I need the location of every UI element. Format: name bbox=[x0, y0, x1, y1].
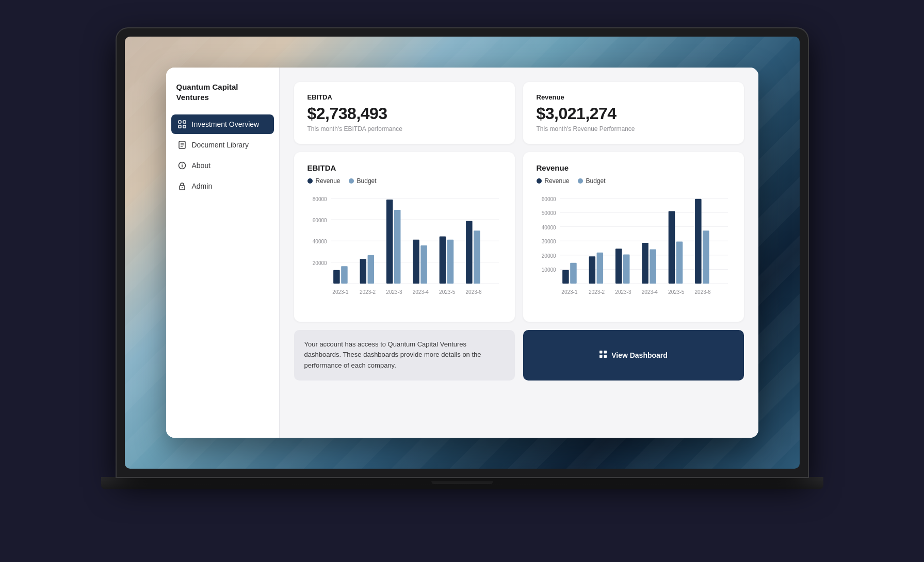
svg-rect-31 bbox=[447, 240, 453, 284]
ebitda-legend-revenue: Revenue bbox=[307, 177, 341, 185]
svg-rect-0 bbox=[179, 121, 181, 123]
svg-rect-61 bbox=[668, 211, 675, 284]
ebitda-legend-budget: Budget bbox=[349, 177, 377, 185]
revenue-chart-legend: Revenue Budget bbox=[537, 177, 731, 185]
ebitda-value: $2,738,493 bbox=[307, 104, 501, 123]
svg-text:60000: 60000 bbox=[312, 218, 327, 223]
sidebar: Quantum Capital Ventures bbox=[166, 68, 280, 438]
ebitda-subtitle: This month's EBITDA performance bbox=[307, 125, 501, 133]
grid-icon bbox=[599, 350, 607, 360]
info-icon bbox=[177, 161, 187, 170]
svg-rect-59 bbox=[642, 243, 649, 284]
budget-label-2: Budget bbox=[586, 177, 606, 185]
charts-row: EBITDA Revenue Budget bbox=[294, 152, 744, 322]
revenue-chart-svg: 60000 50000 40000 30000 20000 10000 bbox=[537, 192, 731, 308]
svg-rect-57 bbox=[615, 249, 622, 284]
revenue-chart-title: Revenue bbox=[537, 163, 731, 172]
screen-bezel: Quantum Capital Ventures bbox=[117, 28, 808, 477]
book-icon bbox=[177, 140, 187, 150]
svg-text:2023-5: 2023-5 bbox=[439, 289, 456, 295]
revenue-label-2: Revenue bbox=[545, 177, 570, 185]
svg-text:30000: 30000 bbox=[541, 239, 556, 244]
svg-rect-60 bbox=[650, 250, 656, 284]
svg-rect-24 bbox=[360, 259, 366, 284]
ebitda-label: EBITDA bbox=[307, 93, 501, 101]
svg-text:2023-2: 2023-2 bbox=[359, 289, 376, 295]
svg-point-12 bbox=[182, 187, 183, 188]
svg-text:20000: 20000 bbox=[312, 260, 327, 266]
revenue-card: Revenue $3,021,274 This month's Revenue … bbox=[523, 82, 744, 144]
svg-text:40000: 40000 bbox=[541, 225, 556, 230]
svg-rect-22 bbox=[333, 270, 340, 284]
svg-rect-1 bbox=[183, 121, 186, 123]
revenue-dot-2 bbox=[537, 178, 542, 184]
ebitda-chart-card: EBITDA Revenue Budget bbox=[294, 152, 515, 322]
svg-rect-27 bbox=[394, 210, 400, 284]
svg-text:2023-6: 2023-6 bbox=[465, 289, 482, 295]
svg-text:2023-3: 2023-3 bbox=[386, 289, 402, 295]
svg-rect-72 bbox=[604, 351, 607, 354]
sidebar-item-label: Investment Overview bbox=[192, 120, 260, 128]
info-box: Your account has access to Quantum Capit… bbox=[294, 330, 515, 381]
metrics-row: EBITDA $2,738,493 This month's EBITDA pe… bbox=[294, 82, 744, 144]
laptop-base bbox=[101, 477, 823, 489]
revenue-subtitle: This month's Revenue Performance bbox=[537, 125, 731, 133]
svg-text:2023-5: 2023-5 bbox=[668, 289, 685, 295]
svg-text:2023-1: 2023-1 bbox=[561, 289, 578, 295]
svg-rect-29 bbox=[420, 245, 427, 284]
bottom-row: Your account has access to Quantum Capit… bbox=[294, 330, 744, 381]
svg-rect-74 bbox=[604, 355, 607, 358]
view-dashboard-label: View Dashboard bbox=[611, 351, 668, 359]
svg-rect-58 bbox=[623, 255, 629, 284]
view-dashboard-button[interactable]: View Dashboard bbox=[523, 330, 744, 381]
svg-rect-71 bbox=[599, 351, 603, 354]
svg-point-10 bbox=[182, 163, 183, 164]
svg-text:2023-4: 2023-4 bbox=[641, 289, 658, 295]
svg-rect-63 bbox=[695, 199, 702, 284]
svg-rect-56 bbox=[596, 253, 603, 284]
svg-text:2023-3: 2023-3 bbox=[615, 289, 631, 295]
svg-rect-28 bbox=[413, 240, 419, 284]
svg-text:80000: 80000 bbox=[312, 196, 327, 202]
sidebar-item-about[interactable]: About bbox=[171, 156, 274, 175]
svg-rect-64 bbox=[703, 230, 709, 284]
svg-rect-73 bbox=[599, 355, 603, 358]
sidebar-item-label: Admin bbox=[192, 182, 213, 190]
lock-icon bbox=[177, 181, 187, 191]
sidebar-item-label: Document Library bbox=[192, 141, 249, 149]
svg-rect-54 bbox=[570, 263, 577, 284]
budget-dot-2 bbox=[578, 178, 583, 184]
svg-text:2023-6: 2023-6 bbox=[694, 289, 711, 295]
svg-text:2023-4: 2023-4 bbox=[412, 289, 429, 295]
revenue-label: Revenue bbox=[316, 177, 341, 185]
revenue-dot bbox=[307, 178, 313, 184]
sidebar-title: Quantum Capital Ventures bbox=[166, 82, 279, 114]
ebitda-chart-title: EBITDA bbox=[307, 163, 501, 172]
revenue-legend-budget: Budget bbox=[578, 177, 606, 185]
svg-rect-32 bbox=[466, 221, 473, 284]
revenue-chart-card: Revenue Revenue Budget bbox=[523, 152, 744, 322]
app-window: Quantum Capital Ventures bbox=[166, 68, 758, 438]
sidebar-item-admin[interactable]: Admin bbox=[171, 176, 274, 196]
revenue-value: $3,021,274 bbox=[537, 104, 731, 123]
svg-rect-25 bbox=[367, 255, 374, 284]
sidebar-item-document-library[interactable]: Document Library bbox=[171, 135, 274, 155]
svg-rect-30 bbox=[439, 236, 446, 283]
svg-rect-26 bbox=[386, 200, 393, 284]
laptop-screen: Quantum Capital Ventures bbox=[125, 37, 800, 469]
svg-text:20000: 20000 bbox=[541, 253, 556, 259]
svg-text:60000: 60000 bbox=[541, 196, 556, 202]
revenue-label: Revenue bbox=[537, 93, 731, 101]
ebitda-chart-legend: Revenue Budget bbox=[307, 177, 501, 185]
budget-label: Budget bbox=[357, 177, 377, 185]
svg-text:2023-2: 2023-2 bbox=[588, 289, 605, 295]
laptop-notch bbox=[431, 481, 493, 484]
sidebar-nav: Investment Overview bbox=[166, 114, 279, 196]
svg-text:2023-1: 2023-1 bbox=[332, 289, 349, 295]
sidebar-item-investment-overview[interactable]: Investment Overview bbox=[171, 114, 274, 134]
svg-rect-2 bbox=[179, 125, 181, 128]
svg-text:40000: 40000 bbox=[312, 239, 327, 244]
svg-text:10000: 10000 bbox=[541, 267, 556, 273]
svg-rect-23 bbox=[341, 266, 348, 284]
svg-rect-55 bbox=[589, 256, 595, 284]
